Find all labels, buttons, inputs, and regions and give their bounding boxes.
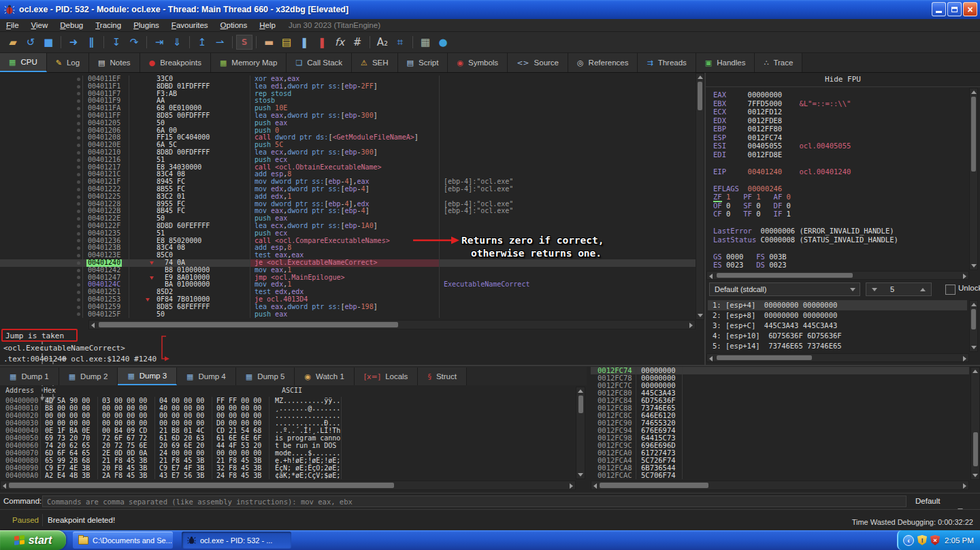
breakpoint-gutter[interactable] (0, 252, 83, 259)
tab-watch-1[interactable]: ◉Watch 1 (295, 368, 354, 385)
calling-convention-select[interactable]: Default (stdcall) (709, 282, 860, 296)
register-line[interactable]: ESI 00405055 ocl.00405055 (713, 142, 898, 150)
arguments-vertical-scrollbar[interactable] (969, 300, 978, 352)
taskbar-window-x32dbg[interactable]: ocl.exe - PID: 532 - ... (182, 532, 291, 549)
step-out-icon[interactable]: ⇓ (168, 34, 186, 50)
breakpoint-gutter[interactable] (0, 267, 83, 274)
unlocked-checkbox[interactable] (945, 285, 956, 295)
register-line[interactable]: EIP 00401240 ocl.00401240 (713, 167, 898, 176)
breakpoint-gutter[interactable] (0, 127, 83, 135)
dump-row[interactable]: 0040003000 00 00 0000 00 00 0000 00 00 0… (0, 419, 576, 427)
hash-icon[interactable]: # (348, 34, 366, 50)
tab-struct[interactable]: §Struct (418, 368, 467, 385)
disasm-row[interactable]: 0040121651push ecx (0, 157, 696, 164)
strings-icon[interactable]: A₂ (374, 34, 391, 50)
titlebar[interactable]: ocl.exe - PID: 532 - Module: ocl.exe - T… (0, 0, 980, 19)
argument-row[interactable]: 1: [esp+4] 00000000 00000000 (708, 300, 967, 310)
labels-icon[interactable]: ❚ (295, 34, 313, 50)
disasm-row[interactable]: 0040120550push eax (0, 120, 696, 127)
breakpoint-gutter[interactable] (0, 208, 83, 215)
breakpoint-gutter[interactable] (0, 97, 83, 105)
tab-dump-5[interactable]: ▦Dump 5 (236, 368, 295, 385)
breakpoint-gutter[interactable] (0, 164, 83, 172)
tab-threads[interactable]: ⇉Threads (638, 53, 696, 72)
menu-debug[interactable]: Debug (54, 21, 89, 29)
breakpoint-gutter[interactable] (0, 223, 83, 230)
stop-icon[interactable]: ■ (39, 34, 57, 50)
dump-row[interactable]: 0040005069 73 20 7072 6F 67 7261 6D 20 6… (0, 434, 576, 442)
dump-row[interactable]: 004000400E 1F BA 0E00 B4 09 CD21 B8 01 4… (0, 427, 576, 434)
breakpoint-gutter[interactable] (0, 171, 83, 178)
register-line[interactable]: ESP 0012FC74 (713, 133, 898, 142)
tab-source[interactable]: <>Source (508, 53, 568, 72)
disasm-row[interactable]: 0040122583C2 01add edx,1 (0, 193, 696, 201)
hex-dump[interactable]: 004000004D 5A 90 0003 00 00 0004 00 00 0… (0, 397, 576, 479)
argument-row[interactable]: 4: [esp+10] 6D75636F 6D75636F (708, 331, 967, 341)
registers-vertical-scrollbar[interactable] (969, 88, 978, 270)
dump-row[interactable]: 004000706D 6F 64 652E 0D 0D 0A24 00 00 0… (0, 449, 576, 457)
register-line[interactable]: CF 0 TF 0 IF 1 (713, 210, 898, 219)
breakpoint-gutter[interactable] (0, 186, 83, 193)
stack-horizontal-scrollbar[interactable] (591, 481, 969, 490)
breakpoint-gutter[interactable] (0, 83, 83, 91)
tab-handles[interactable]: ▣Handles (696, 53, 755, 72)
breakpoint-gutter[interactable] (0, 259, 83, 267)
menu-options[interactable]: Options (214, 21, 254, 29)
security-alert-icon[interactable]: ! (917, 535, 927, 545)
breakpoint-gutter[interactable] (0, 142, 83, 149)
disasm-row[interactable]: 004012598D85 68FEFFFFlea eax,dword ptr s… (0, 304, 696, 311)
tab-log[interactable]: ✎Log (47, 53, 89, 72)
tab-call-stack[interactable]: ❏Call Stack (287, 53, 352, 72)
restore-button[interactable] (947, 2, 962, 16)
disasm-row[interactable]: 0040125F50push eax (0, 311, 696, 319)
stack-row[interactable]: 0012FCAC5C706F74 (591, 472, 969, 479)
breakpoint-gutter[interactable] (0, 281, 83, 289)
horizontal-divider[interactable] (0, 365, 980, 366)
register-line[interactable]: LastStatus C0000008 (STATUS_INVALID_HAND… (713, 236, 898, 244)
dump-row[interactable]: 00400010B8 00 00 0000 00 00 0040 00 00 0… (0, 404, 576, 412)
hide-fpu-button[interactable]: Hide FPU (706, 73, 980, 87)
argument-list[interactable]: 1: [esp+4] 00000000 000000002: [esp+8] 0… (708, 300, 967, 351)
breakpoint-gutter[interactable] (0, 296, 83, 304)
run-to-user-code-icon[interactable]: ↥ (193, 34, 211, 50)
restart-icon[interactable]: ↺ (22, 34, 39, 50)
animate-into-icon[interactable]: ⇀ (211, 34, 229, 50)
pause-icon[interactable]: ∥ (82, 34, 100, 50)
seh-record-icon[interactable]: S (236, 35, 252, 50)
register-line[interactable]: OF 0 SF 0 DF 0 (713, 201, 898, 210)
dump-vertical-scrollbar[interactable] (576, 387, 585, 479)
tab-dump-2[interactable]: ▦Dump 2 (59, 368, 118, 385)
disasm-row[interactable]: 00401242B8 01000000mov eax,1 (0, 267, 696, 274)
breakpoint-gutter[interactable] (0, 134, 83, 142)
registers-horizontal-scrollbar[interactable] (706, 271, 969, 280)
dump-horizontal-scrollbar[interactable] (0, 481, 576, 490)
register-line[interactable]: LastError 00000006 (ERROR_INVALID_HANDLE… (713, 227, 898, 236)
tab-dump-4[interactable]: ▦Dump 4 (177, 368, 236, 385)
argument-row[interactable]: 2: [esp+8] 00000000 00000000 (708, 310, 967, 321)
disassembly-pane[interactable]: 004011EF33C0xor eax,eax004011F18DBD 01FD… (0, 73, 696, 321)
dump-row[interactable]: 004000A0A2 E4 4B 3B2A F8 45 3B43 E7 56 3… (0, 472, 576, 479)
breakpoint-gutter[interactable] (0, 178, 83, 186)
close-button[interactable]: × (963, 2, 977, 16)
start-button[interactable]: start (0, 530, 66, 550)
dump-row[interactable]: 004000004D 5A 90 0003 00 00 0004 00 00 0… (0, 397, 576, 404)
register-line[interactable]: EBP 0012FF80 (713, 125, 898, 133)
tab-locals[interactable]: [x=]Locals (355, 368, 419, 385)
register-list[interactable]: EAX 00000000EBX 7FFD5000 &L"=::=::\\"ECX… (713, 91, 898, 278)
dump-row[interactable]: 0040006074 20 62 6520 72 75 6E20 69 6E 2… (0, 442, 576, 449)
minimize-button[interactable] (932, 2, 946, 16)
tab-script[interactable]: ▤Script (398, 53, 448, 72)
menu-help[interactable]: Help (253, 21, 282, 29)
menu-file[interactable]: File (0, 21, 25, 29)
breakpoint-gutter[interactable] (0, 244, 83, 252)
execute-till-return-icon[interactable]: ⇥ (150, 34, 168, 50)
breakpoint-gutter[interactable] (0, 149, 83, 157)
disasm-vertical-scrollbar[interactable] (696, 73, 704, 320)
arguments-horizontal-scrollbar[interactable] (706, 353, 969, 362)
step-into-icon[interactable]: ↧ (108, 34, 125, 50)
tab-symbols[interactable]: ◉Symbols (448, 53, 508, 72)
argument-row[interactable]: 3: [esp+C] 445C3A43 445C3A43 (708, 321, 967, 331)
breakpoints-icon[interactable]: ❚ (313, 34, 331, 50)
breakpoint-gutter[interactable] (0, 120, 83, 127)
tab-memory-map[interactable]: ▦Memory Map (211, 53, 287, 72)
